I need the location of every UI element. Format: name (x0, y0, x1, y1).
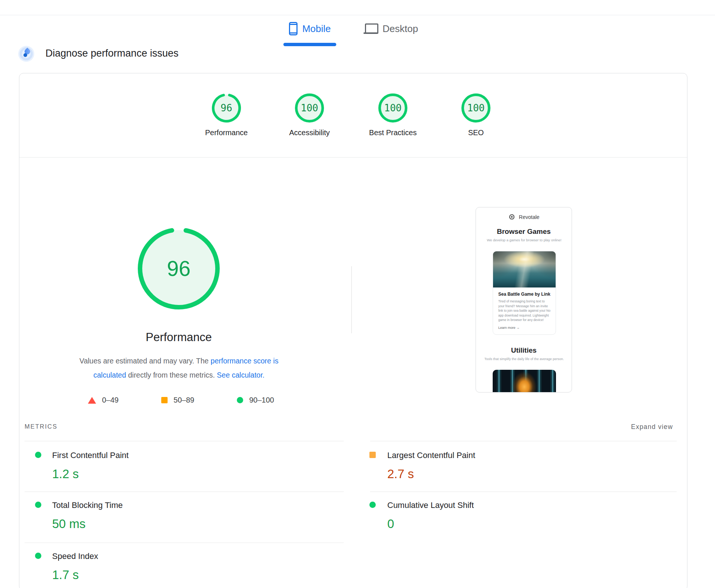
thumb-game-card: Sea Battle Game by Link Tired of messagi… (493, 251, 556, 335)
performance-score-link[interactable]: performance score is (211, 357, 279, 365)
utilities-image (493, 370, 556, 392)
performance-score-ring: 96 (211, 93, 242, 123)
tab-mobile-label: Mobile (302, 23, 331, 35)
score-accessibility[interactable]: 100 Accessibility (278, 93, 341, 137)
metric-border (25, 441, 344, 441)
tbt-status-icon (35, 502, 41, 508)
metric-border (25, 492, 344, 492)
green-circle-icon (237, 397, 243, 403)
active-tab-indicator (283, 43, 336, 46)
legend-good-range: 90–100 (249, 396, 274, 404)
seo-score-value: 100 (461, 93, 491, 123)
tbt-label: Total Blocking Time (52, 500, 123, 510)
disclaimer-text-2: directly from these metrics. (128, 371, 215, 379)
page-screenshot-thumbnail[interactable]: Revotale Browser Games We develop a game… (476, 207, 572, 392)
expand-view-button[interactable]: Expand view (631, 423, 673, 431)
thumb-brand-row: Revotale (476, 213, 572, 221)
card-divider (19, 157, 687, 158)
disclaimer-line-2: calculated directly from these metrics. … (55, 368, 303, 382)
desktop-laptop-icon (363, 23, 378, 34)
lcp-status-icon (369, 452, 376, 458)
thumb-game-title: Sea Battle Game by Link (493, 292, 556, 297)
metrics-section-label: METRICS (25, 423, 57, 430)
cls-label: Cumulative Layout Shift (387, 500, 474, 510)
performance-section-heading: Performance (104, 331, 253, 344)
revotale-logo-icon (508, 213, 516, 221)
speed-index-value: 1.7 s (52, 568, 79, 582)
fcp-label: First Contentful Paint (52, 451, 128, 460)
accessibility-score-label: Accessibility (289, 128, 330, 137)
top-divider (0, 15, 715, 15)
disclaimer-line-1: Values are estimated and may vary. The p… (55, 354, 303, 368)
pagespeed-insights-report: Mobile Desktop Diagnose performance issu… (0, 0, 715, 588)
speed-index-status-icon (35, 553, 41, 559)
thumb-tagline: We develop a games for browser to play o… (480, 238, 569, 242)
fcp-status-icon (35, 452, 41, 458)
tab-desktop[interactable]: Desktop (358, 18, 423, 39)
best-practices-score-ring: 100 (378, 93, 408, 123)
disclaimer-text-1: Values are estimated and may vary. The (79, 357, 209, 365)
performance-score-label: Performance (205, 128, 248, 137)
metric-border (370, 492, 677, 492)
seo-score-ring: 100 (461, 93, 491, 123)
legend-average-range: 50–89 (174, 396, 194, 404)
thumb-game-description: Tired of messaging boring text to your f… (498, 299, 551, 322)
gauge-screenshot-divider (351, 266, 352, 333)
orange-square-icon (161, 397, 168, 403)
metric-border (25, 543, 344, 543)
score-legend: 0–49 50–89 90–100 (88, 396, 274, 404)
performance-score-link-2[interactable]: calculated (93, 371, 126, 379)
red-triangle-icon (88, 397, 96, 404)
performance-gauge-value: 96 (137, 227, 220, 310)
legend-item-good: 90–100 (237, 396, 274, 404)
pagespeed-gauge-icon (18, 46, 34, 62)
lcp-value: 2.7 s (387, 467, 414, 481)
performance-gauge: 96 (137, 227, 220, 310)
score-performance[interactable]: 96 Performance (195, 93, 258, 137)
score-seo[interactable]: 100 SEO (444, 93, 508, 137)
legend-item-fail: 0–49 (88, 396, 119, 404)
gauge-dot-icon (23, 53, 27, 57)
score-disclaimer: Values are estimated and may vary. The p… (55, 354, 303, 382)
accessibility-score-value: 100 (294, 93, 325, 123)
best-practices-score-label: Best Practices (369, 128, 417, 137)
lcp-label: Largest Contentful Paint (387, 451, 475, 460)
legend-item-average: 50–89 (161, 396, 194, 404)
best-practices-score-value: 100 (378, 93, 408, 123)
thumb-brand-name: Revotale (519, 214, 539, 220)
seo-score-label: SEO (468, 128, 484, 137)
tab-desktop-label: Desktop (382, 23, 418, 35)
performance-score-value: 96 (211, 93, 242, 123)
mobile-phone-icon (289, 22, 298, 35)
tbt-value: 50 ms (52, 517, 86, 531)
legend-fail-range: 0–49 (102, 396, 119, 404)
tab-mobile[interactable]: Mobile (282, 18, 338, 39)
cls-value: 0 (387, 517, 394, 531)
accessibility-score-ring: 100 (294, 93, 325, 123)
fcp-value: 1.2 s (52, 467, 79, 481)
thumb-heading: Browser Games (476, 228, 572, 236)
page-title: Diagnose performance issues (45, 48, 178, 59)
cls-status-icon (369, 502, 376, 508)
speed-index-label: Speed Index (52, 552, 98, 561)
sea-battle-image (493, 251, 556, 287)
thumb-learn-more-link: Learn more → (498, 326, 520, 330)
score-best-practices[interactable]: 100 Best Practices (361, 93, 425, 137)
metric-border (370, 441, 677, 441)
thumb-utilities-heading: Utilities (476, 346, 572, 355)
thumb-utilities-tagline: Tools that simplify the daily life of th… (480, 357, 568, 361)
see-calculator-link[interactable]: See calculator. (217, 371, 264, 379)
